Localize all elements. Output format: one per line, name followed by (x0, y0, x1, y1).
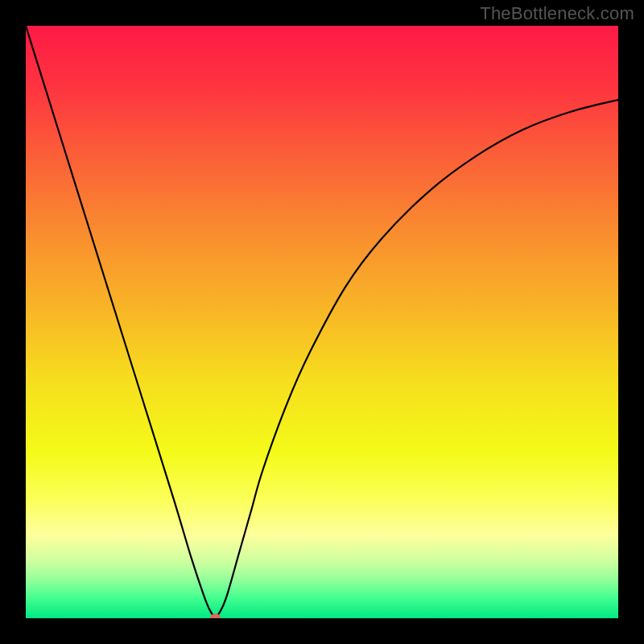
chart-frame: TheBottleneck.com (0, 0, 644, 644)
watermark-text: TheBottleneck.com (480, 3, 634, 24)
svg-rect-0 (26, 26, 618, 618)
chart-svg (26, 26, 618, 618)
plot-area (26, 26, 618, 618)
